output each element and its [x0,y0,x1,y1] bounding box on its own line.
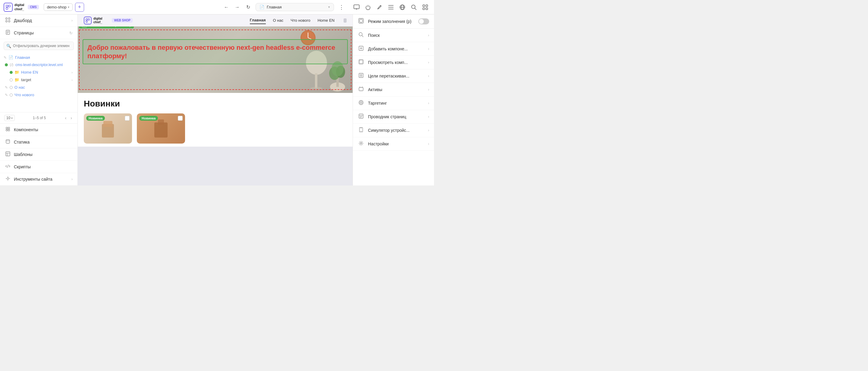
panel-item-targeting[interactable]: Таргетинг › [353,96,434,110]
svg-rect-1 [8,5,10,7]
nav-link-glavnaya[interactable]: Главная [250,17,266,24]
skripty-icon [5,164,11,170]
tree-item-glavnaya[interactable]: ✎ 📄 Главная [0,54,78,61]
chevron-right-icon-2: › [71,70,73,74]
edit-icon-button[interactable] [374,2,384,12]
chevron-right-assets: › [428,87,429,92]
power-button[interactable] [363,2,373,12]
product-card-1[interactable]: Новинка [84,113,132,144]
tree-item-home-en[interactable]: 📁 Home EN › [0,68,78,76]
svg-rect-19 [8,18,10,19]
nav-link-o-nas[interactable]: О нас [273,17,284,24]
tree-item-chto-novogo[interactable]: ✎ Что нового [0,91,78,98]
url-text: Главная [267,5,326,9]
pagination-row: 10 ▾ 1–5 of 5 ‹ › [0,112,78,123]
scrollbar[interactable] [344,19,347,23]
toolbar-right [351,2,430,12]
url-bar[interactable]: 📄 Главная ▾ [255,3,334,11]
svg-rect-18 [6,18,7,19]
device-sim-label: Симулятор устройс... [368,128,424,133]
svg-rect-3 [354,5,359,9]
nav-link-chto-novogo[interactable]: Что нового [290,17,310,24]
folder-icon-2: 📁 [14,78,19,82]
chevron-down-icon-pag: ▾ [11,116,13,120]
tree-label-glavnaya: Главная [15,55,73,60]
instruments-label: Инструменты сайта [14,177,68,181]
refresh-button[interactable]: ↻ [243,2,253,12]
svg-point-85 [361,131,361,132]
product-img-svg-2 [152,118,170,139]
tree-item-o-nas[interactable]: ✎ О нас [0,84,78,91]
chevron-right-device-sim: › [428,128,429,133]
sidebar-item-shablony[interactable]: Шаблоны [0,148,78,161]
demo-shop-button[interactable]: demo-shop ▾ [44,3,73,11]
tooltip-label: Заголовок HTML (Rich Text) [79,27,134,28]
hero-text-container[interactable]: Добро пожаловать в первую отечественную … [83,39,348,64]
more-options-button[interactable]: ⋮ [336,2,347,12]
panel-item-view-component[interactable]: Просмотреть комп... › [353,56,434,69]
svg-rect-64 [360,19,363,22]
skripty-label: Скрипты [14,164,73,169]
sidebar-item-components[interactable]: Компоненты [0,124,78,136]
nav-link-home-en[interactable]: Home EN [318,17,335,24]
sidebar-item-skripty[interactable]: Скрипты [0,161,78,173]
fill-mode-icon [358,18,364,25]
drag-targets-icon [358,73,364,79]
panel-item-search[interactable]: Поиск › [353,29,434,42]
tree-item-cms-level[interactable]: ⟨/⟩ cms-level-descriptor.level.xml [0,61,78,68]
monitor-icon-button[interactable] [351,2,362,12]
refresh-icon[interactable]: ↻ [69,31,73,35]
search-icon-button[interactable] [409,2,419,12]
svg-rect-42 [88,19,90,20]
svg-rect-30 [6,140,10,143]
panel-item-page-explorer[interactable]: Проводник страниц › [353,110,434,124]
fill-mode-toggle[interactable] [418,19,429,24]
svg-rect-76 [359,87,363,91]
panel-item-settings[interactable]: Настройки › [353,137,434,151]
svg-point-87 [361,143,362,144]
per-page-select[interactable]: 10 ▾ [4,115,15,121]
sidebar: Дашборд › Страницы ↻ 🔍 ✎ 📄 Главная ⟨ [0,15,78,186]
forward-button[interactable]: → [232,2,242,12]
panel-item-device-sim[interactable]: Симулятор устройс... › [353,124,434,137]
preview-logo: digital chief_ [84,17,102,24]
product-card-2[interactable]: Новинка [137,113,185,144]
menu-icon-button[interactable] [386,2,396,12]
grid-icon-button[interactable] [420,2,430,12]
sidebar-item-instruments[interactable]: Инструменты сайта › [0,173,78,186]
main-layout: Дашборд › Страницы ↻ 🔍 ✎ 📄 Главная ⟨ [0,15,434,186]
assets-icon [358,87,364,93]
globe-icon-button[interactable] [397,2,407,12]
preview-area: Заголовок HTML (Rich Text) Добро пожалов… [78,27,352,186]
drag-targets-label: Цели перетаскиван... [368,74,424,79]
web-shop-badge: WEB SHOP [112,18,132,23]
chevron-right-icon-3: › [71,78,73,82]
sidebar-item-pages[interactable]: Страницы ↻ [0,27,78,39]
filter-input[interactable] [4,41,74,50]
tree-item-target[interactable]: 📁 target › [0,76,78,84]
svg-rect-2 [6,7,8,9]
tree-label-cms: cms-level-descriptor.level.xml [16,63,73,67]
tree-section: ✎ 📄 Главная ⟨/⟩ cms-level-descriptor.lev… [0,53,78,112]
chevron-right-add: › [428,47,429,51]
back-button[interactable]: ← [221,2,231,12]
add-button[interactable]: + [75,3,84,12]
svg-rect-60 [103,121,113,127]
sidebar-item-statika[interactable]: Статика [0,136,78,148]
panel-item-assets[interactable]: Активы › [353,83,434,96]
tooltip-text: Заголовок HTML (Rich Text) [89,27,131,27]
panel-item-add-component[interactable]: Добавить компоне... › [353,42,434,56]
panel-item-fill-mode[interactable]: Режим заполнения (р) [353,15,434,29]
preview-nav-links: Главная О нас Что нового Home EN [250,17,335,24]
card-checkbox-2[interactable] [178,116,183,121]
panel-item-drag-targets[interactable]: Цели перетаскиван... › [353,69,434,83]
next-page-button[interactable]: › [69,115,73,121]
pages-icon [5,30,11,36]
settings-icon [358,141,364,147]
prev-page-button[interactable]: ‹ [64,115,68,121]
demo-shop-label: demo-shop [47,5,67,9]
card-checkbox-1[interactable] [125,116,130,121]
chevron-down-icon: ▾ [68,5,69,9]
sidebar-item-dashboard[interactable]: Дашборд › [0,15,78,27]
svg-rect-17 [426,8,428,10]
